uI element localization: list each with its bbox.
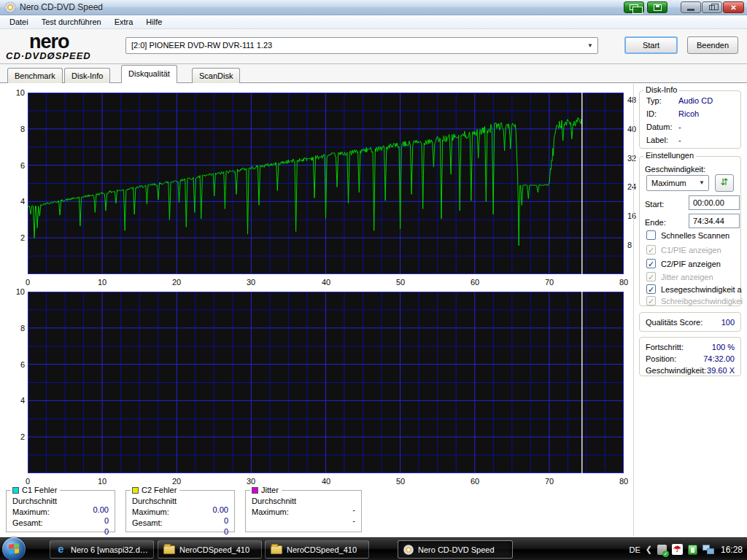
taskbar-task-nero-cd-dvd-speed[interactable]: Nero CD-DVD Speed [398,540,513,559]
chevron-down-icon: ▼ [587,38,593,53]
x-tick-bottom-70: 70 [541,477,558,486]
scan-start-input[interactable]: 00:00.00 [689,195,740,210]
legend-row-durchschnitt: Durchschnitt- [252,497,355,507]
app-window: Nero CD-DVD Speed ✕ DateiTest durchführe… [0,0,747,560]
start-button[interactable]: Start [624,36,678,54]
menu-item-extra[interactable]: Extra [108,16,140,28]
menu-item-hilfe[interactable]: Hilfe [139,16,169,28]
checkbox-box: ✓ [646,296,656,306]
disk-info-value-datum: - [678,122,681,131]
close-button[interactable]: ✕ [723,1,744,13]
checkbox-c1-pie-anzeigen[interactable]: ✓C1/PIE anzeigen [646,245,741,256]
windows-copy-icon [630,4,638,10]
taskbar-task-nerocdspeed-410[interactable]: NeroCDSpeed_410 [265,540,369,559]
x-tick-bottom-10: 10 [93,477,111,486]
legend-title-label: Jitter [261,486,279,494]
refresh-button[interactable]: ⇵ [715,174,734,192]
progress-value-geschwindigkeit: 39.60 X [707,366,735,375]
legend-row-label: Durchschnitt [252,497,355,505]
legend-color-swatch [12,487,19,494]
legend-row-value: 0 [104,527,109,536]
capture-windows-button[interactable] [624,1,644,13]
windows-flag-icon [9,543,19,553]
y-left-tick-top-4: 4 [6,197,25,206]
ie-icon: e [55,544,66,555]
checkbox-label: Jitter anzeigen [661,272,713,282]
task-label: Nero 6 [wnaspi32.dll... [71,545,148,554]
language-indicator[interactable]: DE [629,545,640,554]
checkbox-label: Lesegeschwindigkeit a [661,284,742,295]
progress-label-geschwindigkeit: Geschwindigkeit: [646,366,706,375]
capture-save-button[interactable] [647,1,667,13]
x-tick-top-20: 20 [168,278,185,287]
checkbox-schreibgeschwindigkei[interactable]: ✓Schreibgeschwindigkei [646,296,741,307]
checkbox-schnelles-scannen[interactable]: Schnelles Scannen [646,230,741,241]
legend-row-durchschnitt: Durchschnitt0.00 [132,497,228,507]
taskbar-task-nerocdspeed-410[interactable]: NeroCDSpeed_410 [158,540,262,559]
windows-start-button[interactable] [2,537,26,560]
quality-score-box: Qualitäts Score: 100 [639,312,741,332]
window-title: Nero CD-DVD Speed [20,2,103,12]
legend-row-label: Durchschnitt [12,497,109,505]
checkbox-box: ✓ [646,259,656,268]
y-left-tick-bottom-6: 6 [6,360,25,369]
avira-antivirus-icon[interactable]: ☂ [672,544,683,555]
legend-row-label: Maximum: [12,508,109,516]
disk-info-title: Disk-Info [643,85,679,94]
safely-remove-icon[interactable] [657,545,667,555]
y-left-tick-bottom-10: 10 [6,287,25,296]
checkbox-jitter-anzeigen[interactable]: ✓Jitter anzeigen [646,272,741,283]
tab-diskqualit-t[interactable]: Diskqualität [121,65,177,83]
x-tick-bottom-40: 40 [317,477,335,486]
cd-icon [403,545,414,555]
menu-item-datei[interactable]: Datei [3,16,35,28]
y-left-tick-bottom-4: 4 [6,396,25,405]
tab-benchmark[interactable]: Benchmark [7,68,63,83]
x-tick-top-80: 80 [615,278,632,287]
checkbox-lesegeschwindigkeit-a[interactable]: ✓Lesegeschwindigkeit a [646,284,741,295]
taskbar: eNero 6 [wnaspi32.dll...NeroCDSpeed_410N… [0,537,747,560]
folder-icon [163,545,175,554]
y-right-tick-top-48: 48 [627,96,636,104]
checkbox-label: Schreibgeschwindigkei [661,296,743,306]
minimize-icon [687,9,694,11]
x-tick-bottom-0: 0 [19,477,36,486]
task-label: NeroCDSpeed_410 [179,545,249,554]
tab-disk-info[interactable]: Disk-Info [64,68,110,83]
legend-row-gesamt: Gesamt:0 [132,518,228,529]
cd-dvd-speed-logo: CD·DVDØSPEED [6,50,91,61]
drive-select[interactable]: [2:0] PIONEER DVD-RW DVR-111 1.23 ▼ [125,37,598,54]
legend-title-c1-fehler: C1 Fehler [11,486,60,494]
menu-item-test-durchf-hren[interactable]: Test durchführen [35,16,108,28]
quality-score-label: Qualitäts Score: [646,318,703,327]
progress-label-position: Position: [646,354,676,363]
checkbox-box: ✓ [646,245,656,254]
x-tick-bottom-50: 50 [392,477,409,486]
y-right-tick-top-16: 16 [627,211,636,220]
legend-row-value: - [352,516,355,525]
checkbox-c2-pif-anzeigen[interactable]: ✓C2/PIF anzeigen [646,259,741,270]
disk-info-label-id: ID: [646,109,657,118]
scan-end-input[interactable]: 74:34.44 [689,214,740,228]
minimize-button[interactable] [681,1,701,13]
disk-info-value-typ: Audio CD [678,96,713,105]
network-icon[interactable] [703,545,714,554]
y-left-tick-top-10: 10 [6,88,25,97]
legend-title-label: C2 Fehler [142,486,177,494]
legend-row-value: 0 [224,527,228,536]
x-tick-top-10: 10 [93,278,111,287]
settings-title: Einstellungen [643,151,696,160]
plot-bottom [28,292,624,473]
legend-row-gesamt: Gesamt:0 [12,518,109,529]
tray-expand-chevron[interactable]: ❮ [646,545,652,554]
scan-start-label: Start: [645,200,664,209]
speed-select[interactable]: Maximum ▼ [646,175,709,191]
restore-button[interactable] [702,1,722,13]
drive-select-value: [2:0] PIONEER DVD-RW DVR-111 1.23 [131,41,272,50]
legend-box-c1-fehler: C1 FehlerDurchschnitt0.00Maximum:0Gesamt… [6,490,115,532]
taskbar-task-nero-6-wnaspi32-dll[interactable]: eNero 6 [wnaspi32.dll... [50,540,154,559]
power-plan-icon[interactable] [688,545,697,555]
y-right-tick-top-8: 8 [627,241,632,249]
tab-scandisk[interactable]: ScanDisk [192,68,240,83]
quit-button[interactable]: Beenden [687,36,738,54]
